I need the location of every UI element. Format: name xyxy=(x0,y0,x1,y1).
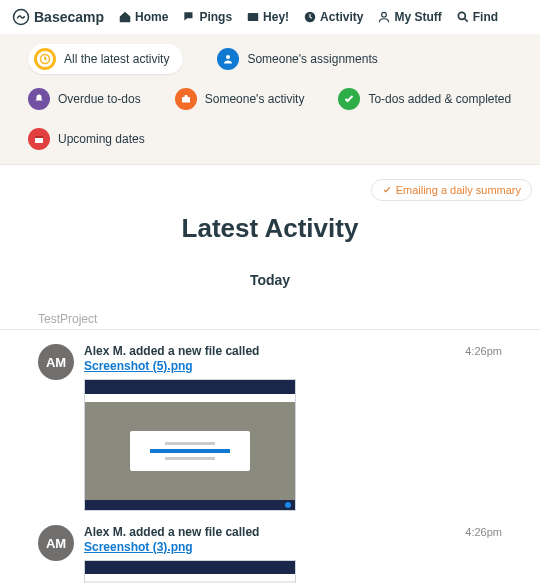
nav-home[interactable]: Home xyxy=(118,10,168,24)
filter-someone-activity[interactable]: Someone's activity xyxy=(175,84,305,114)
filter-overdue[interactable]: Overdue to-dos xyxy=(28,84,141,114)
bell-icon xyxy=(28,88,50,110)
entry-time: 4:26pm xyxy=(465,345,502,357)
entry-time: 4:26pm xyxy=(465,526,502,538)
svg-rect-1 xyxy=(248,13,259,21)
activity-list: AM Alex M. added a new file called 4:26p… xyxy=(0,344,540,583)
svg-rect-7 xyxy=(182,97,190,103)
filter-all-latest[interactable]: All the latest activity xyxy=(28,44,183,74)
clock-icon xyxy=(34,48,56,70)
avatar: AM xyxy=(38,525,74,561)
nav-activity[interactable]: Activity xyxy=(303,10,363,24)
calendar-icon xyxy=(28,128,50,150)
nav-pings[interactable]: Pings xyxy=(182,10,232,24)
main-content: Emailing a daily summary Latest Activity… xyxy=(0,165,540,583)
nav-mystuff[interactable]: My Stuff xyxy=(377,10,441,24)
email-summary-button[interactable]: Emailing a daily summary xyxy=(371,179,532,201)
person-icon xyxy=(217,48,239,70)
activity-entry: AM Alex M. added a new file called 4:26p… xyxy=(38,344,502,511)
svg-point-4 xyxy=(458,12,465,19)
svg-point-6 xyxy=(226,55,230,59)
activity-entry: AM Alex M. added a new file called 4:26p… xyxy=(38,525,502,583)
filter-bar: All the latest activity Someone's assign… xyxy=(0,34,540,165)
file-thumbnail[interactable]: To-dos xyxy=(84,560,296,583)
entry-text: Alex M. added a new file called xyxy=(84,525,259,539)
divider xyxy=(0,329,540,330)
nav-hey[interactable]: Hey! xyxy=(246,10,289,24)
day-header: Today xyxy=(0,272,540,288)
entry-text: Alex M. added a new file called xyxy=(84,344,259,358)
svg-rect-9 xyxy=(35,136,43,138)
file-link[interactable]: Screenshot (5).png xyxy=(84,359,193,373)
filter-assignments[interactable]: Someone's assignments xyxy=(217,44,377,74)
check-icon xyxy=(338,88,360,110)
filter-upcoming[interactable]: Upcoming dates xyxy=(28,124,145,154)
nav-find[interactable]: Find xyxy=(456,10,498,24)
svg-point-3 xyxy=(382,12,387,17)
briefcase-icon xyxy=(175,88,197,110)
page-title: Latest Activity xyxy=(0,213,540,244)
file-thumbnail[interactable] xyxy=(84,379,296,511)
avatar: AM xyxy=(38,344,74,380)
project-label: TestProject xyxy=(38,312,540,326)
filter-todos[interactable]: To-dos added & completed xyxy=(338,84,511,114)
file-link[interactable]: Screenshot (3).png xyxy=(84,540,193,554)
logo-text: Basecamp xyxy=(34,9,104,25)
top-nav: Basecamp Home Pings Hey! Activity My Stu… xyxy=(0,0,540,34)
logo[interactable]: Basecamp xyxy=(12,8,104,26)
